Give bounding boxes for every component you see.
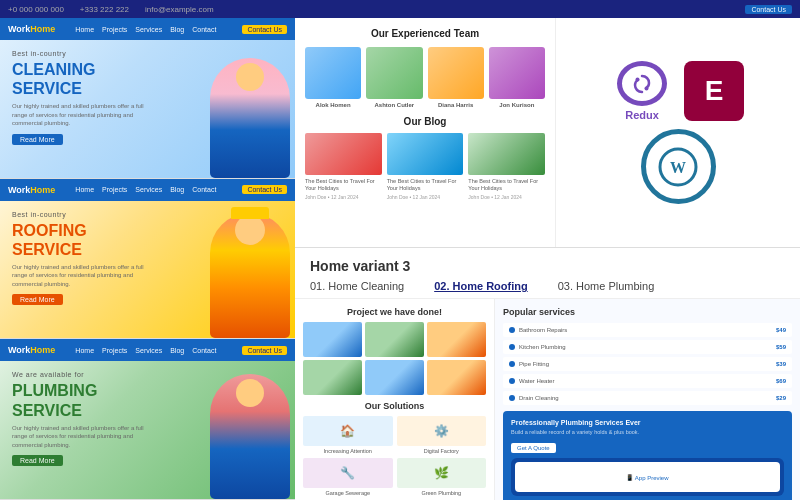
solution-icon-2: ⚙️ — [397, 416, 487, 446]
bottom-row: Project we have done! Our Solutions 🏠 In… — [295, 299, 800, 500]
roofing-contact-btn[interactable]: Contact Us — [242, 185, 287, 194]
rnav-blog[interactable]: Blog — [170, 186, 184, 193]
cleaning-nav: WorkHome Home Projects Services Blog Con… — [0, 18, 295, 40]
roofing-nav: WorkHome Home Projects Services Blog Con… — [0, 179, 295, 201]
plumbing-person — [210, 374, 290, 499]
service-item-5[interactable]: Drain Cleaning $29 — [503, 391, 792, 405]
variant-option-1[interactable]: 01. Home Cleaning — [310, 280, 404, 292]
roofing-desc: Our highly trained and skilled plumbers … — [12, 263, 150, 288]
cleaning-badge: Best in-country — [12, 50, 150, 57]
team-name-2: Ashton Cutler — [366, 102, 422, 108]
phone-screen: 📱 App Preview — [515, 462, 780, 492]
solution-icon-1: 🏠 — [303, 416, 393, 446]
variant-section: Home variant 3 01. Home Cleaning 02. Hom… — [295, 248, 800, 299]
roofing-title-main: ROOFINGSERVICE — [12, 221, 150, 259]
project-img-3 — [427, 322, 486, 357]
solution-icon-4: 🌿 — [397, 458, 487, 488]
elementor-icon: E — [684, 61, 744, 121]
contact-button[interactable]: Contact Us — [745, 5, 792, 14]
elementor-letter: E — [705, 75, 724, 107]
service-item-3[interactable]: Pipe Fitting $39 — [503, 357, 792, 371]
cleaning-contact-btn[interactable]: Contact Us — [242, 25, 287, 34]
project-img-6 — [427, 360, 486, 395]
project-title: Project we have done! — [303, 307, 486, 317]
solution-label-2: Digital Factory — [397, 448, 487, 454]
service-item-4[interactable]: Water Heater $69 — [503, 374, 792, 388]
project-img-5 — [365, 360, 424, 395]
solution-1: 🏠 Increasing Attention — [303, 416, 393, 454]
nav-home[interactable]: Home — [75, 26, 94, 33]
rnav-projects[interactable]: Projects — [102, 186, 127, 193]
solution-4: 🌿 Green Plumbing — [397, 458, 487, 496]
team-photo-1 — [305, 47, 361, 99]
plumbing-btn[interactable]: Read More — [12, 455, 63, 466]
logo-cleaning: WorkHome — [8, 24, 55, 34]
project-img-1 — [303, 322, 362, 357]
promo-title: Professionally Plumbing Services Ever — [511, 419, 784, 426]
promo-text: Build a reliable record of a variety hol… — [511, 429, 784, 436]
rnav-services[interactable]: Services — [135, 186, 162, 193]
pnav-services[interactable]: Services — [135, 347, 162, 354]
nav-contact[interactable]: Contact — [192, 26, 216, 33]
project-grid — [303, 322, 486, 395]
variant-option-3[interactable]: 03. Home Plumbing — [558, 280, 655, 292]
blog-meta-3: John Doe • 12 Jan 2024 — [468, 194, 545, 200]
pnav-blog[interactable]: Blog — [170, 347, 184, 354]
promo-btn[interactable]: Get A Quote — [511, 443, 556, 453]
blog-text-1: The Best Cities to Travel For Your Holid… — [305, 178, 382, 192]
solution-icon-3: 🔧 — [303, 458, 393, 488]
plumbing-contact-btn[interactable]: Contact Us — [242, 346, 287, 355]
hero-cleaning: WorkHome Home Projects Services Blog Con… — [0, 18, 295, 179]
service-text-3: Pipe Fitting — [519, 361, 772, 367]
variant-option-2[interactable]: 02. Home Roofing — [434, 280, 528, 292]
team-photo-4 — [489, 47, 545, 99]
redux-logo: Redux — [612, 61, 672, 121]
team-photo-2 — [366, 47, 422, 99]
rnav-contact[interactable]: Contact — [192, 186, 216, 193]
blog-card-1: The Best Cities to Travel For Your Holid… — [305, 133, 382, 200]
blog-title: Our Blog — [305, 116, 545, 127]
pnav-projects[interactable]: Projects — [102, 347, 127, 354]
pnav-contact[interactable]: Contact — [192, 347, 216, 354]
service-item-1[interactable]: Bathroom Repairs $49 — [503, 323, 792, 337]
tech-section: Redux E W — [555, 18, 800, 247]
roofing-nav-items: Home Projects Services Blog Contact — [75, 186, 216, 193]
nav-blog[interactable]: Blog — [170, 26, 184, 33]
cleaning-title-main: CLEANINGSERVICE — [12, 60, 150, 98]
pnav-home[interactable]: Home — [75, 347, 94, 354]
solution-3: 🔧 Garage Sewerage — [303, 458, 393, 496]
project-img-2 — [365, 322, 424, 357]
blog-img-3 — [468, 133, 545, 175]
blog-card-2: The Best Cities to Travel For Your Holid… — [387, 133, 464, 200]
service-dot-5 — [509, 395, 515, 401]
redux-label: Redux — [625, 109, 659, 121]
redux-circle — [617, 61, 667, 106]
plumbing-desc: Our highly trained and skilled plumbers … — [12, 424, 150, 449]
service-item-2[interactable]: Kitchen Plumbing $59 — [503, 340, 792, 354]
nav-services[interactable]: Services — [135, 26, 162, 33]
rnav-home[interactable]: Home — [75, 186, 94, 193]
hero-plumbing: WorkHome Home Projects Services Blog Con… — [0, 339, 295, 500]
plumbing-nav-items: Home Projects Services Blog Contact — [75, 347, 216, 354]
service-dot-3 — [509, 361, 515, 367]
project-section: Project we have done! Our Solutions 🏠 In… — [295, 299, 495, 500]
variant-options: 01. Home Cleaning 02. Home Roofing 03. H… — [310, 280, 785, 292]
top-right-section: Our Experienced Team Alok Homen Ashton C… — [295, 18, 800, 248]
service-price-3: $39 — [776, 361, 786, 367]
team-member-3: Diana Harris — [428, 47, 484, 108]
service-price-4: $69 — [776, 378, 786, 384]
service-text-2: Kitchen Plumbing — [519, 344, 772, 350]
svg-point-0 — [645, 86, 649, 90]
plumbing-title-main: PLUMBINGSERVICE — [12, 381, 150, 419]
solutions-grid: 🏠 Increasing Attention ⚙️ Digital Factor… — [303, 416, 486, 496]
cleaning-btn[interactable]: Read More — [12, 134, 63, 145]
blog-img-1 — [305, 133, 382, 175]
main-layout: WorkHome Home Projects Services Blog Con… — [0, 18, 800, 500]
phone-1: +0 000 000 000 — [8, 5, 64, 14]
hero-roofing: WorkHome Home Projects Services Blog Con… — [0, 179, 295, 340]
logo-roofing: WorkHome — [8, 185, 55, 195]
nav-projects[interactable]: Projects — [102, 26, 127, 33]
wordpress-icon: W — [641, 129, 716, 204]
team-member-1: Alok Homen — [305, 47, 361, 108]
roofing-btn[interactable]: Read More — [12, 294, 63, 305]
